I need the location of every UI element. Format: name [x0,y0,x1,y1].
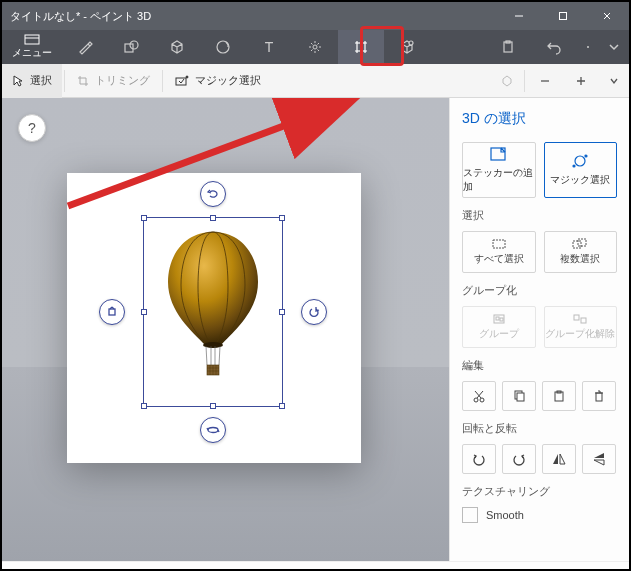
menu-button[interactable]: メニュー [2,30,62,64]
effects-tool[interactable] [292,30,338,64]
balloon-3d-object[interactable] [163,227,263,387]
add-sticker-label: ステッカーの追加 [463,166,535,194]
section-edit-label: 編集 [462,358,617,373]
divider [524,70,525,92]
select-mode-button[interactable]: 選択 [2,64,62,98]
magic-select-label: マジック選択 [550,173,610,187]
magic-select-card[interactable]: マジック選択 [544,142,618,198]
side-panel: 3D の選択 ステッカーの追加 マジック選択 選択 すべて選択 [449,98,629,561]
divider [162,70,163,92]
smooth-label: Smooth [486,509,524,521]
flip-horizontal-button[interactable] [542,444,576,474]
rotate-free-handle[interactable] [200,417,226,443]
add-sticker-card[interactable]: ステッカーの追加 [462,142,536,198]
bottom-scrollbar[interactable] [2,561,629,569]
undo-button[interactable] [531,30,577,64]
svg-point-8 [409,41,413,45]
text-tool[interactable]: T [246,30,292,64]
group-label: グループ [479,327,519,341]
svg-point-21 [585,155,587,157]
more-dropdown[interactable] [577,30,599,64]
svg-rect-27 [496,317,499,320]
svg-rect-0 [560,13,567,20]
section-select-label: 選択 [462,208,617,223]
magic-select-button[interactable]: マジック選択 [165,64,271,98]
zoom-dropdown[interactable] [599,64,629,98]
canvas-tool[interactable] [338,30,384,64]
svg-text:T: T [265,39,274,55]
svg-point-20 [575,156,585,166]
section-group-label: グループ化 [462,283,617,298]
rotate-x-handle[interactable] [301,299,327,325]
svg-rect-37 [596,393,602,401]
minimize-button[interactable] [497,2,541,30]
svg-point-31 [474,398,478,402]
svg-rect-24 [573,241,581,248]
selection-toolbar: 選択 トリミング マジック選択 [2,64,629,98]
divider [64,70,65,92]
help-button[interactable]: ? [18,114,46,142]
flip-vertical-button[interactable] [582,444,616,474]
svg-rect-7 [357,43,365,51]
window-title: タイトルなし* - ペイント 3D [2,9,497,24]
svg-rect-14 [109,309,115,315]
canvas[interactable] [67,173,361,463]
svg-rect-30 [581,318,586,323]
cut-button[interactable] [462,381,496,411]
select-all-button[interactable]: すべて選択 [462,231,536,273]
main-toolbar: メニュー T [2,30,629,64]
section-rotate-label: 回転と反転 [462,421,617,436]
select-label: 選択 [30,73,52,88]
select-all-label: すべて選択 [474,252,524,266]
svg-point-11 [587,46,589,48]
smooth-checkbox-row[interactable]: Smooth [462,507,617,523]
svg-point-32 [480,398,484,402]
svg-rect-34 [517,393,524,401]
svg-point-6 [313,45,317,49]
smooth-checkbox[interactable] [462,507,478,523]
delete-button[interactable] [582,381,616,411]
stickers-tool[interactable] [200,30,246,64]
copy-button[interactable] [502,381,536,411]
help-label: ? [28,120,36,136]
paste-button[interactable] [542,381,576,411]
svg-rect-23 [493,240,505,248]
close-button[interactable] [585,2,629,30]
section-texture-label: テクスチャリング [462,484,617,499]
group-button[interactable]: グループ [462,306,536,348]
svg-point-22 [573,165,575,167]
svg-rect-1 [25,35,39,44]
rotate-left-button[interactable] [462,444,496,474]
menu-label: メニュー [12,46,52,60]
svg-rect-29 [574,315,579,320]
multi-select-button[interactable]: 複数選択 [544,231,618,273]
maximize-button[interactable] [541,2,585,30]
shapes-3d-tool[interactable] [154,30,200,64]
crop-button[interactable]: トリミング [67,64,160,98]
svg-point-15 [208,428,218,433]
svg-point-13 [186,76,188,78]
svg-rect-12 [176,78,186,85]
multi-select-label: 複数選択 [560,252,600,266]
rotate-right-button[interactable] [502,444,536,474]
svg-rect-25 [578,239,586,246]
canvas-viewport[interactable]: ? [2,98,449,561]
zoom-in-button[interactable] [563,64,599,98]
title-bar: タイトルなし* - ペイント 3D [2,2,629,30]
ungroup-button[interactable]: グループ化解除 [544,306,618,348]
magic-label: マジック選択 [195,73,261,88]
view-3d-button[interactable] [492,64,522,98]
zoom-out-button[interactable] [527,64,563,98]
expand-panel-button[interactable] [599,30,629,64]
crop-label: トリミング [95,73,150,88]
svg-rect-28 [500,318,503,321]
panel-title: 3D の選択 [462,110,617,128]
rotate-z-handle[interactable] [200,181,226,207]
paste-tool[interactable] [485,30,531,64]
shapes-2d-tool[interactable] [108,30,154,64]
brush-tool[interactable] [62,30,108,64]
svg-point-3 [130,41,138,49]
rotate-y-handle[interactable] [99,299,125,325]
ungroup-label: グループ化解除 [545,327,615,341]
library-3d-tool[interactable] [384,30,430,64]
